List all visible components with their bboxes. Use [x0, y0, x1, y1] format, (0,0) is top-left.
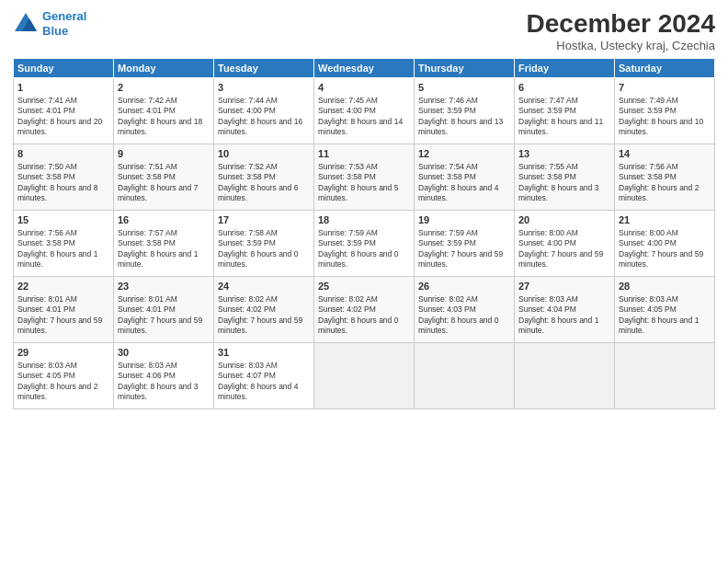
sunrise-text: Sunrise: 8:03 AM — [518, 294, 610, 304]
logo: General Blue — [13, 9, 86, 38]
daylight-text: Daylight: 8 hours and 3 minutes. — [118, 382, 210, 403]
day-number: 17 — [218, 213, 310, 227]
table-row: 28Sunrise: 8:03 AMSunset: 4:05 PMDayligh… — [615, 277, 715, 343]
daylight-text: Daylight: 8 hours and 20 minutes. — [17, 117, 109, 138]
sunrise-text: Sunrise: 8:00 AM — [518, 228, 610, 238]
daylight-text: Daylight: 8 hours and 2 minutes. — [17, 382, 109, 403]
table-row: 24Sunrise: 8:02 AMSunset: 4:02 PMDayligh… — [214, 277, 314, 343]
sunrise-text: Sunrise: 7:44 AM — [218, 96, 310, 106]
daylight-text: Daylight: 8 hours and 11 minutes. — [518, 117, 610, 138]
sunset-text: Sunset: 4:02 PM — [218, 304, 310, 315]
day-number: 5 — [418, 81, 510, 95]
table-row: 30Sunrise: 8:03 AMSunset: 4:06 PMDayligh… — [114, 343, 214, 409]
day-number: 23 — [118, 280, 210, 293]
sunrise-text: Sunrise: 8:01 AM — [118, 294, 210, 304]
day-number: 8 — [17, 147, 109, 161]
daylight-text: Daylight: 8 hours and 0 minutes. — [418, 316, 510, 337]
daylight-text: Daylight: 8 hours and 1 minute. — [17, 249, 109, 270]
day-number: 1 — [17, 81, 109, 95]
day-number: 26 — [418, 280, 510, 293]
location: Hostka, Ustecky kraj, Czechia — [527, 39, 715, 52]
day-number: 3 — [218, 81, 310, 95]
calendar-week-row: 8Sunrise: 7:50 AMSunset: 3:58 PMDaylight… — [14, 144, 715, 211]
sunset-text: Sunset: 4:01 PM — [17, 106, 109, 116]
daylight-text: Daylight: 8 hours and 18 minutes. — [118, 117, 210, 138]
sunset-text: Sunset: 4:05 PM — [619, 304, 711, 315]
sunrise-text: Sunrise: 8:03 AM — [118, 361, 210, 371]
daylight-text: Daylight: 8 hours and 1 minute. — [118, 249, 210, 270]
daylight-text: Daylight: 7 hours and 59 minutes. — [518, 249, 610, 270]
daylight-text: Daylight: 8 hours and 13 minutes. — [418, 117, 510, 138]
daylight-text: Daylight: 8 hours and 6 minutes. — [218, 183, 310, 204]
logo-text: General Blue — [42, 9, 86, 38]
month-title: December 2024 — [527, 9, 715, 39]
day-number: 14 — [619, 147, 711, 161]
table-row: 3Sunrise: 7:44 AMSunset: 4:00 PMDaylight… — [214, 78, 314, 144]
sunset-text: Sunset: 3:58 PM — [218, 172, 310, 182]
sunset-text: Sunset: 4:04 PM — [518, 304, 610, 315]
table-row: 12Sunrise: 7:54 AMSunset: 3:58 PMDayligh… — [415, 144, 515, 211]
header: General Blue December 2024 Hostka, Ustec… — [13, 9, 715, 52]
daylight-text: Daylight: 8 hours and 2 minutes. — [619, 183, 711, 204]
day-number: 28 — [619, 280, 711, 293]
col-wednesday: Wednesday — [314, 59, 415, 78]
daylight-text: Daylight: 8 hours and 0 minutes. — [318, 249, 410, 270]
calendar-week-row: 22Sunrise: 8:01 AMSunset: 4:01 PMDayligh… — [14, 277, 715, 343]
sunrise-text: Sunrise: 7:53 AM — [318, 162, 410, 172]
daylight-text: Daylight: 8 hours and 14 minutes. — [318, 117, 410, 138]
day-number: 6 — [518, 81, 610, 95]
daylight-text: Daylight: 8 hours and 8 minutes. — [17, 183, 109, 204]
sunrise-text: Sunrise: 8:03 AM — [619, 294, 711, 304]
sunrise-text: Sunrise: 7:50 AM — [17, 162, 109, 172]
table-row: 17Sunrise: 7:58 AMSunset: 3:59 PMDayligh… — [214, 211, 314, 277]
sunset-text: Sunset: 3:58 PM — [17, 238, 109, 248]
sunrise-text: Sunrise: 7:41 AM — [17, 96, 109, 106]
sunset-text: Sunset: 4:03 PM — [418, 304, 510, 315]
sunset-text: Sunset: 4:05 PM — [17, 371, 109, 381]
table-row: 9Sunrise: 7:51 AMSunset: 3:58 PMDaylight… — [114, 144, 214, 211]
table-row — [615, 343, 715, 409]
weekday-header-row: Sunday Monday Tuesday Wednesday Thursday… — [14, 59, 715, 78]
sunset-text: Sunset: 4:00 PM — [619, 238, 711, 248]
sunrise-text: Sunrise: 7:42 AM — [118, 96, 210, 106]
col-saturday: Saturday — [615, 59, 715, 78]
daylight-text: Daylight: 7 hours and 59 minutes. — [619, 249, 711, 270]
table-row: 31Sunrise: 8:03 AMSunset: 4:07 PMDayligh… — [214, 343, 314, 409]
day-number: 4 — [318, 81, 410, 95]
sunset-text: Sunset: 4:01 PM — [118, 106, 210, 116]
calendar-week-row: 29Sunrise: 8:03 AMSunset: 4:05 PMDayligh… — [14, 343, 715, 409]
day-number: 10 — [218, 147, 310, 161]
daylight-text: Daylight: 8 hours and 4 minutes. — [418, 183, 510, 204]
sunrise-text: Sunrise: 7:58 AM — [218, 228, 310, 238]
sunrise-text: Sunrise: 8:03 AM — [17, 361, 109, 371]
sunrise-text: Sunrise: 7:56 AM — [619, 162, 711, 172]
daylight-text: Daylight: 7 hours and 59 minutes. — [118, 316, 210, 337]
sunset-text: Sunset: 4:02 PM — [318, 304, 410, 315]
sunset-text: Sunset: 3:59 PM — [518, 106, 610, 116]
daylight-text: Daylight: 8 hours and 4 minutes. — [218, 382, 310, 403]
col-tuesday: Tuesday — [214, 59, 314, 78]
table-row: 2Sunrise: 7:42 AMSunset: 4:01 PMDaylight… — [114, 78, 214, 144]
table-row: 11Sunrise: 7:53 AMSunset: 3:58 PMDayligh… — [314, 144, 415, 211]
logo-line2: Blue — [42, 24, 68, 38]
sunset-text: Sunset: 3:59 PM — [418, 106, 510, 116]
day-number: 29 — [17, 346, 109, 360]
day-number: 21 — [619, 213, 711, 227]
table-row: 18Sunrise: 7:59 AMSunset: 3:59 PMDayligh… — [314, 211, 415, 277]
day-number: 24 — [218, 280, 310, 293]
day-number: 13 — [518, 147, 610, 161]
sunset-text: Sunset: 4:07 PM — [218, 371, 310, 381]
calendar-week-row: 15Sunrise: 7:56 AMSunset: 3:58 PMDayligh… — [14, 211, 715, 277]
table-row: 7Sunrise: 7:49 AMSunset: 3:59 PMDaylight… — [615, 78, 715, 144]
day-number: 27 — [518, 280, 610, 293]
sunrise-text: Sunrise: 7:52 AM — [218, 162, 310, 172]
table-row: 22Sunrise: 8:01 AMSunset: 4:01 PMDayligh… — [14, 277, 114, 343]
day-number: 20 — [518, 213, 610, 227]
day-number: 16 — [118, 213, 210, 227]
sunrise-text: Sunrise: 7:56 AM — [17, 228, 109, 238]
sunset-text: Sunset: 4:00 PM — [318, 106, 410, 116]
sunrise-text: Sunrise: 7:45 AM — [318, 96, 410, 106]
daylight-text: Daylight: 8 hours and 3 minutes. — [518, 183, 610, 204]
sunrise-text: Sunrise: 8:02 AM — [318, 294, 410, 304]
sunset-text: Sunset: 4:00 PM — [218, 106, 310, 116]
